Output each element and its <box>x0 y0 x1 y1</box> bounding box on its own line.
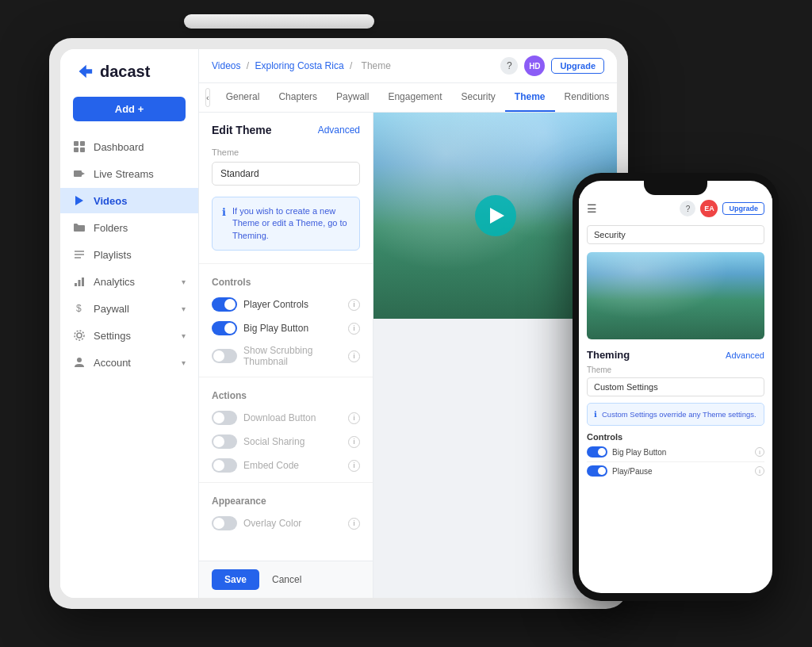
phone-playpause-info-icon[interactable]: i <box>755 466 764 476</box>
overlay-color-toggle[interactable] <box>212 516 237 530</box>
scene: dacast Add + Dashboard <box>25 22 787 625</box>
app-header: Videos / Exploring Costa Rica / Theme ? … <box>199 49 617 83</box>
social-sharing-info-icon[interactable]: i <box>348 436 360 448</box>
phone-notch <box>644 181 707 195</box>
tab-bar: ‹ General Chapters Paywall Engagement <box>199 83 617 113</box>
barchart-icon <box>73 275 86 288</box>
sidebar-item-livestreams-label: Live Streams <box>94 168 154 180</box>
phone-big-play-info-icon[interactable]: i <box>755 447 764 457</box>
svg-rect-0 <box>74 141 79 146</box>
phone-header: ☰ ? EA Upgrade <box>579 195 772 222</box>
tab-chapters[interactable]: Chapters <box>269 83 327 112</box>
sidebar-item-livestreams[interactable]: Live Streams <box>60 161 198 186</box>
tab-paywall[interactable]: Paywall <box>327 83 378 112</box>
save-button[interactable]: Save <box>212 569 259 590</box>
svg-rect-11 <box>79 280 81 286</box>
tab-engagement[interactable]: Engagement <box>378 83 451 112</box>
scrubbing-thumbnail-row: Show Scrubbing Thumbnail i <box>199 340 373 372</box>
phone-security-row: Security <box>579 222 772 247</box>
social-sharing-toggle[interactable] <box>212 435 237 449</box>
svg-marker-5 <box>82 172 85 175</box>
theme-section-label: Theme <box>199 144 373 162</box>
phone-theming-header: Theming Advanced <box>587 349 764 361</box>
svg-rect-12 <box>82 278 84 286</box>
help-icon[interactable]: ? <box>500 57 518 75</box>
sidebar-item-account[interactable]: Account ▾ <box>60 350 198 375</box>
divider-3 <box>199 482 373 483</box>
phone-security-select[interactable]: Security <box>587 225 764 244</box>
phone-big-play-row: Big Play Button i <box>587 446 764 457</box>
phone-advanced-link[interactable]: Advanced <box>726 350 764 360</box>
breadcrumb-videos[interactable]: Videos <box>212 60 240 71</box>
add-button[interactable]: Add + <box>73 97 186 121</box>
edit-panel-header: Edit Theme Advanced <box>199 113 373 144</box>
back-arrow-icon: ‹ <box>206 93 209 102</box>
phone-playpause-row: Play/Pause i <box>587 465 764 477</box>
svg-point-14 <box>77 333 82 338</box>
tab-renditions[interactable]: Renditions <box>555 83 617 112</box>
breadcrumb-theme: Theme <box>362 60 391 71</box>
sidebar-item-videos-label: Videos <box>94 195 127 207</box>
breadcrumb-exploring[interactable]: Exploring Costa Rica <box>255 60 344 71</box>
player-controls-info-icon[interactable]: i <box>348 299 360 311</box>
upgrade-button[interactable]: Upgrade <box>551 58 604 74</box>
tab-security[interactable]: Security <box>452 83 505 112</box>
big-play-button-toggle[interactable] <box>212 321 237 335</box>
edit-panel-title: Edit Theme <box>212 124 271 136</box>
svg-point-15 <box>75 331 84 340</box>
scrubbing-thumbnail-toggle[interactable] <box>212 349 237 363</box>
sidebar-item-playlists-label: Playlists <box>94 249 132 261</box>
main-area: Videos / Exploring Costa Rica / Theme ? … <box>199 49 617 598</box>
sidebar-item-settings[interactable]: Settings ▾ <box>60 323 198 348</box>
scrubbing-thumbnail-info-icon[interactable]: i <box>348 350 360 362</box>
sidebar-item-playlists[interactable]: Playlists <box>60 242 198 267</box>
svg-point-16 <box>77 358 82 362</box>
back-button[interactable]: ‹ <box>205 88 210 107</box>
embed-code-row: Embed Code i <box>199 454 373 477</box>
sidebar-item-folders[interactable]: Folders <box>60 215 198 240</box>
hamburger-icon[interactable]: ☰ <box>587 202 597 215</box>
phone-info-icon: ℹ <box>594 410 597 419</box>
theme-select-row: Standard <box>199 162 373 197</box>
phone-theme-select[interactable]: Custom Settings <box>587 377 764 396</box>
overlay-color-info-icon[interactable]: i <box>348 518 360 530</box>
svg-rect-4 <box>74 170 82 177</box>
tablet: dacast Add + Dashboard <box>49 38 628 609</box>
phone-avatar: EA <box>700 200 718 217</box>
player-controls-toggle[interactable] <box>212 297 237 312</box>
play-icon <box>73 194 86 207</box>
sidebar-item-dashboard[interactable]: Dashboard <box>60 134 198 159</box>
embed-code-info-icon[interactable]: i <box>348 460 360 472</box>
download-button-toggle[interactable] <box>212 411 237 425</box>
svg-rect-2 <box>74 147 79 152</box>
sidebar-item-paywall[interactable]: $ Paywall ▾ <box>60 296 198 321</box>
save-bar: Save Cancel <box>199 561 373 598</box>
phone-upgrade-button[interactable]: Upgrade <box>722 202 764 215</box>
play-button-overlay[interactable] <box>475 195 516 236</box>
dollar-icon: $ <box>73 302 86 315</box>
breadcrumb: Videos / Exploring Costa Rica / Theme <box>212 60 394 71</box>
download-button-info-icon[interactable]: i <box>348 412 360 424</box>
chevron-down-icon: ▾ <box>182 304 186 313</box>
gear-icon <box>73 329 86 342</box>
chevron-down-icon: ▾ <box>182 278 186 286</box>
sidebar-item-analytics[interactable]: Analytics ▾ <box>60 269 198 294</box>
advanced-link[interactable]: Advanced <box>318 124 360 136</box>
phone-big-play-toggle[interactable] <box>587 446 607 457</box>
tab-general[interactable]: General <box>216 83 270 112</box>
cancel-button[interactable]: Cancel <box>266 569 308 590</box>
phone-playpause-toggle[interactable] <box>587 465 607 477</box>
phone-help-icon[interactable]: ? <box>680 201 695 216</box>
header-actions: ? HD Upgrade <box>500 56 604 76</box>
video-icon <box>73 167 86 180</box>
big-play-button-info-icon[interactable]: i <box>348 323 360 335</box>
theme-select[interactable]: Standard <box>212 162 360 186</box>
chevron-down-icon: ▾ <box>182 331 186 340</box>
avatar: HD <box>524 56 545 76</box>
download-button-label: Download Button <box>243 412 342 423</box>
overlay-color-label: Overlay Color <box>243 518 342 529</box>
sidebar-item-videos[interactable]: Videos <box>60 188 198 213</box>
embed-code-toggle[interactable] <box>212 458 237 473</box>
tablet-screen: dacast Add + Dashboard <box>60 49 617 598</box>
tab-theme[interactable]: Theme <box>505 83 555 112</box>
